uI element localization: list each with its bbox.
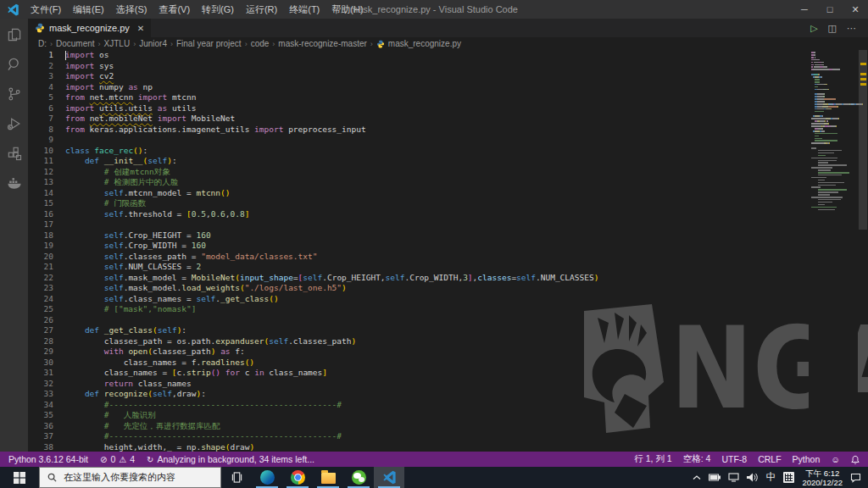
code-line: 2import sys (28, 61, 868, 72)
code-line: 30 class_names = f.readlines() (28, 358, 868, 369)
breadcrumb-item-7[interactable]: mask_recognize.py (388, 39, 461, 48)
maximize-button[interactable]: □ (817, 0, 843, 19)
file-explorer-taskbar-icon[interactable] (313, 467, 343, 488)
minimap-line (811, 142, 829, 144)
code-line: 27 def _get_class(self): (28, 325, 868, 336)
docker-icon[interactable] (5, 174, 24, 192)
problems-indicator[interactable]: ⊘ 0 ⚠ 4 (100, 454, 135, 464)
task-view-button[interactable] (221, 467, 252, 488)
line-number: 27 (28, 325, 53, 336)
minimap-line (811, 125, 837, 127)
breadcrumb-item-3[interactable]: Junior4 (139, 39, 167, 48)
minimap-line (818, 152, 834, 154)
line-content: def recognize(self,draw): (53, 389, 206, 400)
taskbar-clock[interactable]: 下午 6:12 2020/12/22 (802, 469, 843, 487)
vscode-taskbar-icon[interactable] (374, 467, 404, 488)
breadcrumb-item-6[interactable]: mask-recognize-master (278, 39, 366, 48)
menu-item-3[interactable]: 查看(V) (153, 0, 196, 19)
minimap-line (811, 52, 815, 53)
minimap-line (811, 101, 824, 103)
line-number: 14 (28, 188, 53, 199)
line-number: 35 (28, 410, 53, 421)
network-icon[interactable] (728, 473, 739, 482)
code-editor[interactable]: 1import os2import sys3import cv24import … (28, 50, 868, 452)
line-number: 11 (28, 156, 53, 167)
start-button[interactable] (0, 467, 39, 488)
language-mode[interactable]: Python (793, 454, 821, 464)
minimap-line (818, 169, 831, 171)
code-line: 34 #------------------------------------… (28, 400, 868, 411)
code-line: 21 self.NUM_CLASSES = 2 (28, 262, 868, 273)
indent-setting[interactable]: 空格: 4 (683, 453, 711, 465)
warning-ruler-mark (860, 78, 866, 80)
line-number: 32 (28, 379, 53, 390)
ime-language-indicator[interactable]: 中 (765, 470, 776, 485)
code-line: 4import numpy as np (28, 82, 868, 93)
code-line: 6import utils.utils as utils (28, 103, 868, 114)
minimap-line (818, 164, 847, 166)
menu-item-7[interactable]: 帮助(H) (326, 0, 369, 19)
split-editor-button[interactable]: ◫ (828, 23, 837, 34)
more-actions-button[interactable]: ⋯ (847, 23, 856, 34)
hidden-icons-chevron[interactable] (693, 474, 701, 481)
eol-setting[interactable]: CRLF (758, 454, 781, 464)
minimap-line (818, 172, 849, 174)
menu-item-4[interactable]: 转到(G) (196, 0, 240, 19)
wechat-taskbar-icon[interactable] (343, 467, 374, 488)
edge-taskbar-icon[interactable] (252, 467, 282, 488)
vscode-logo-icon (7, 3, 19, 16)
close-button[interactable]: ✕ (843, 0, 868, 19)
extensions-icon[interactable] (5, 144, 24, 163)
encoding[interactable]: UTF-8 (721, 454, 747, 464)
code-line: 38 height,width,_ = np.shape(draw) (28, 442, 868, 452)
cursor-position[interactable]: 行 1, 列 1 (634, 453, 671, 465)
breadcrumb-item-2[interactable]: XJTLU (104, 39, 131, 48)
breadcrumb-item-5[interactable]: code (251, 39, 270, 48)
menu-item-0[interactable]: 文件(F) (25, 0, 67, 19)
breadcrumb-item-4[interactable]: Final year project (176, 39, 242, 48)
analyzing-status[interactable]: ↻ Analyzing in background, 34 items left… (147, 454, 314, 464)
tab-label: mask_recognize.py (49, 23, 130, 33)
minimap-line (811, 140, 837, 141)
minimize-button[interactable]: ─ (792, 0, 817, 19)
menu-item-2[interactable]: 选择(S) (110, 0, 153, 19)
chrome-taskbar-icon[interactable] (282, 467, 313, 488)
error-icon: ⊘ (100, 455, 107, 464)
line-content: from net.mobileNet import MobileNet (53, 114, 235, 125)
tab-mask-recognize[interactable]: mask_recognize.py ✕ (28, 19, 152, 37)
breadcrumb-item-0[interactable]: D: (38, 39, 47, 48)
ime-mode-icon[interactable] (783, 472, 794, 483)
scrollbar[interactable] (858, 50, 868, 452)
minimap-line (811, 96, 825, 97)
explorer-icon[interactable] (5, 25, 24, 44)
line-number: 16 (28, 209, 53, 220)
run-debug-icon[interactable] (5, 114, 24, 133)
notifications-bell-icon[interactable] (851, 455, 860, 464)
code-line: 28 classes_path = os.path.expanduser(sel… (28, 336, 868, 347)
feedback-icon[interactable]: ☺ (831, 454, 840, 464)
menu-item-1[interactable]: 编辑(E) (67, 0, 110, 19)
minimap-line (818, 150, 842, 152)
tab-close-icon[interactable]: ✕ (137, 24, 144, 33)
menu-item-5[interactable]: 运行(R) (240, 0, 283, 19)
volume-icon[interactable] (747, 473, 758, 482)
menu-item-6[interactable]: 终端(T) (283, 0, 326, 19)
search-icon[interactable] (5, 55, 24, 74)
breadcrumb-item-1[interactable]: Document (56, 39, 95, 48)
line-content: self.Crop_HEIGHT = 160 (53, 230, 211, 241)
scrollbar-slider[interactable] (859, 50, 867, 230)
minimap-line (811, 84, 827, 86)
breadcrumb-separator: › (133, 40, 136, 48)
battery-icon[interactable] (709, 474, 721, 481)
taskbar-search-input[interactable]: 在这里输入你要搜索的内容 (39, 467, 221, 488)
python-interpreter[interactable]: Python 3.6.12 64-bit (8, 454, 88, 464)
action-center-icon[interactable] (850, 473, 861, 483)
code-line: 14 self.mtcnn_model = mtcnn() (28, 188, 868, 199)
source-control-icon[interactable] (5, 85, 24, 103)
line-number: 2 (28, 61, 53, 72)
code-line: 26 (28, 315, 868, 326)
line-number: 10 (28, 146, 53, 157)
line-number: 21 (28, 262, 53, 273)
run-file-button[interactable]: ▷ (810, 23, 817, 34)
minimap[interactable] (809, 50, 858, 452)
